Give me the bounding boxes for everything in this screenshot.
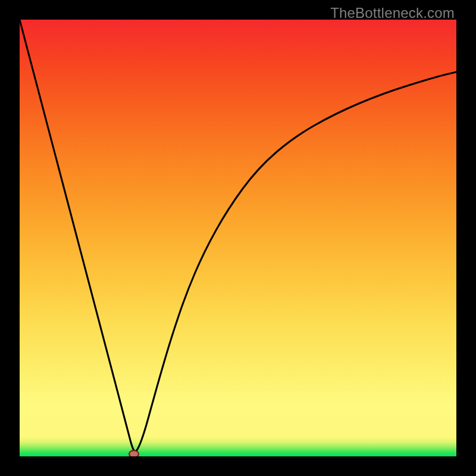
chart-frame: TheBottleneck.com — [0, 0, 476, 476]
curve-layer — [20, 20, 456, 456]
watermark-text: TheBottleneck.com — [330, 5, 455, 21]
plot-area — [20, 20, 456, 456]
optimum-point-marker — [129, 450, 139, 456]
bottleneck-curve — [20, 20, 456, 452]
light-yellow-band — [20, 392, 456, 436]
